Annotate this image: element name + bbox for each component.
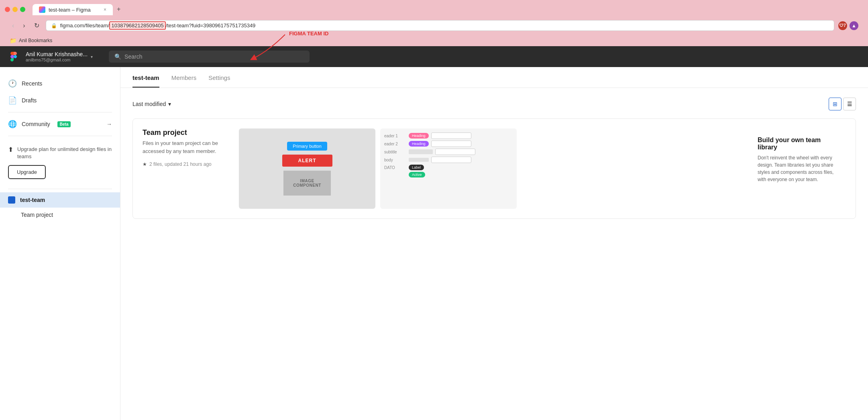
preview-row-6: Active bbox=[384, 172, 513, 177]
sidebar-item-team-project[interactable]: Team project bbox=[0, 208, 120, 222]
grid-view-button[interactable]: ⊞ bbox=[829, 98, 842, 110]
address-bar[interactable]: 🔒 figma.com/files/team/10387968212850940… bbox=[46, 20, 834, 31]
preview-row-1: eader 1 Heading bbox=[384, 133, 513, 139]
tab-members[interactable]: Members bbox=[171, 74, 197, 88]
tab-title: test-team – Figma bbox=[49, 7, 91, 13]
preview-image-component: IMAGECOMPONENT bbox=[283, 171, 331, 196]
project-meta: ★ 2 files, updated 21 hours ago bbox=[143, 161, 231, 167]
project-title: Team project bbox=[143, 128, 231, 137]
preview-pill-pink: Heading bbox=[409, 133, 429, 139]
main-content: test-team Members Settings Last modified… bbox=[120, 67, 868, 420]
preview-row-label-1: eader 1 bbox=[384, 134, 406, 138]
sidebar-item-community[interactable]: 🌐 Community Beta → bbox=[0, 116, 120, 133]
sort-label: Last modified bbox=[132, 101, 166, 107]
app-container: 🕐 Recents 📄 Drafts 🌐 Community Beta → bbox=[0, 67, 868, 420]
project-description: Files in your team project can be access… bbox=[143, 139, 223, 155]
close-button[interactable] bbox=[5, 7, 10, 12]
build-library-title: Build your own team library bbox=[758, 137, 838, 151]
preview-pill-green: Active bbox=[409, 172, 425, 177]
preview-box-1[interactable]: Primary button ALERT IMAGECOMPONENT bbox=[239, 128, 375, 209]
community-label: Community bbox=[22, 121, 50, 127]
lock-icon: 🔒 bbox=[51, 23, 57, 29]
user-section[interactable]: Anil Kumar Krishnashe... anilbms75@gmail… bbox=[26, 51, 93, 62]
figma-logo[interactable] bbox=[8, 51, 19, 62]
extension-icons: 🛡7 ▲ bbox=[838, 21, 858, 30]
project-meta-text: 2 files, updated 21 hours ago bbox=[149, 161, 212, 167]
bookmark-label[interactable]: Anil Bookmarks bbox=[19, 38, 52, 43]
recents-label: Recents bbox=[22, 80, 42, 87]
sort-chevron-icon: ▾ bbox=[168, 101, 171, 107]
beta-badge: Beta bbox=[57, 121, 71, 127]
triangle-ext-icon: ▲ bbox=[850, 21, 858, 30]
content-area: Last modified ▾ ⊞ ☰ Team project Files i… bbox=[120, 88, 868, 228]
fullscreen-button[interactable] bbox=[20, 7, 25, 12]
figma-app: Anil Kumar Krishnashe... anilbms75@gmail… bbox=[0, 46, 868, 420]
sort-bar: Last modified ▾ ⊞ ☰ bbox=[132, 98, 856, 110]
drafts-label: Drafts bbox=[22, 97, 37, 104]
star-icon: ★ bbox=[143, 161, 147, 167]
preview-input-4 bbox=[431, 157, 471, 163]
traffic-lights bbox=[5, 7, 25, 12]
preview-alert-btn: ALERT bbox=[282, 155, 332, 167]
preview-bar-3 bbox=[409, 149, 433, 154]
globe-icon: 🌐 bbox=[8, 120, 17, 128]
upgrade-text: Upgrade plan for unlimited design files … bbox=[17, 146, 112, 160]
draft-icon: 📄 bbox=[8, 96, 17, 105]
sidebar-divider-1 bbox=[8, 112, 112, 112]
clock-icon: 🕐 bbox=[8, 79, 17, 88]
sidebar-divider-2 bbox=[8, 136, 112, 136]
preview-box-2[interactable]: eader 1 Heading eader 2 Heading bbox=[380, 128, 517, 209]
preview-row-4: body bbox=[384, 157, 513, 163]
tabs-bar: test-team Members Settings bbox=[120, 67, 868, 88]
project-previews: Primary button ALERT IMAGECOMPONENT eade… bbox=[239, 128, 742, 209]
sidebar-item-drafts[interactable]: 📄 Drafts bbox=[0, 92, 120, 109]
tab-close-button[interactable]: × bbox=[104, 7, 106, 12]
sort-button[interactable]: Last modified ▾ bbox=[132, 101, 171, 107]
preview-row-label-2: eader 2 bbox=[384, 142, 406, 146]
project-card: Team project Files in your team project … bbox=[132, 118, 856, 219]
preview-input-1 bbox=[431, 133, 471, 139]
preview-bar-4 bbox=[409, 158, 429, 162]
sidebar-item-team[interactable]: test-team bbox=[0, 192, 120, 208]
bookmarks-bar: 📁 Anil Bookmarks bbox=[5, 36, 863, 46]
back-button[interactable]: ‹ bbox=[10, 20, 16, 31]
preview-pill-purple: Heading bbox=[409, 141, 429, 147]
user-email: anilbms75@gmail.com bbox=[26, 57, 88, 62]
view-toggle: ⊞ ☰ bbox=[829, 98, 856, 110]
list-view-button[interactable]: ☰ bbox=[843, 98, 856, 110]
preview-primary-btn: Primary button bbox=[287, 142, 327, 151]
active-tab[interactable]: test-team – Figma × bbox=[33, 4, 113, 15]
user-name: Anil Kumar Krishnashe... bbox=[26, 51, 88, 57]
tab-bar: test-team – Figma × + bbox=[33, 3, 124, 15]
figma-topbar: Anil Kumar Krishnashe... anilbms75@gmail… bbox=[0, 46, 868, 67]
folder-icon: 📁 bbox=[10, 37, 16, 44]
minimize-button[interactable] bbox=[12, 7, 18, 12]
build-library-panel: Build your own team library Don't reinve… bbox=[750, 128, 846, 191]
search-bar[interactable]: 🔍 Search bbox=[109, 51, 310, 63]
upgrade-section: ⬆ Upgrade plan for unlimited design file… bbox=[0, 139, 120, 186]
new-tab-button[interactable]: + bbox=[113, 3, 124, 15]
preview-input-2 bbox=[431, 141, 471, 147]
sidebar-item-recents[interactable]: 🕐 Recents bbox=[0, 75, 120, 92]
figma-favicon bbox=[39, 6, 45, 13]
tab-test-team[interactable]: test-team bbox=[132, 74, 159, 88]
preview-row-label-4: body bbox=[384, 158, 406, 162]
refresh-button[interactable]: ↻ bbox=[32, 20, 42, 31]
preview-row-3: subtitle bbox=[384, 149, 513, 155]
project-info: Team project Files in your team project … bbox=[143, 128, 231, 167]
url-text: figma.com/files/team/103879682128509405/… bbox=[60, 22, 829, 29]
navigation-bar: ‹ › ↻ 🔒 figma.com/files/team/10387968212… bbox=[5, 18, 863, 33]
preview-row-2: eader 2 Heading bbox=[384, 141, 513, 147]
tab-settings[interactable]: Settings bbox=[208, 74, 230, 88]
preview-pill-dark: Label bbox=[409, 165, 424, 170]
preview-row-5: DATO Label bbox=[384, 165, 513, 170]
upgrade-button[interactable]: Upgrade bbox=[8, 165, 46, 179]
upgrade-icon: ⬆ bbox=[8, 146, 13, 153]
search-placeholder: Search bbox=[124, 53, 142, 60]
forward-button[interactable]: › bbox=[20, 20, 27, 31]
preview-row-label-5: DATO bbox=[384, 165, 406, 170]
search-icon: 🔍 bbox=[114, 53, 121, 60]
preview-row-label-3: subtitle bbox=[384, 150, 406, 154]
team-color-box bbox=[8, 196, 15, 204]
chevron-down-icon: ▾ bbox=[91, 55, 93, 59]
